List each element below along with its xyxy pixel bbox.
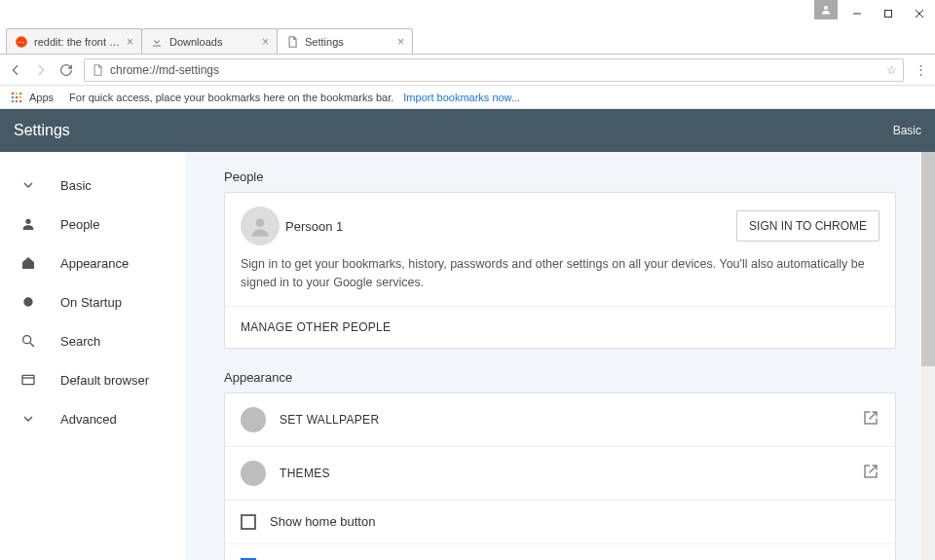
page-icon	[91, 63, 104, 77]
svg-point-13	[16, 95, 18, 97]
svg-point-15	[12, 99, 14, 101]
svg-point-20	[23, 336, 31, 344]
sidebar-item-people[interactable]: People	[0, 205, 185, 243]
svg-point-16	[16, 99, 18, 101]
settings-main: People Persoon 1 SIGN IN TO CHROME Sign …	[185, 152, 935, 560]
checkbox-unchecked[interactable]	[241, 514, 256, 530]
sign-in-description: Sign in to get your bookmarks, history, …	[241, 255, 879, 292]
sidebar-item-search[interactable]: Search	[0, 321, 185, 360]
wallpaper-label: SET WALLPAPER	[280, 413, 862, 427]
reload-button[interactable]	[58, 62, 74, 78]
chevron-down-icon	[19, 410, 37, 428]
chevron-down-icon	[19, 176, 37, 194]
avatar-icon	[241, 206, 280, 245]
manage-people-row[interactable]: MANAGE OTHER PEOPLE	[225, 307, 895, 348]
tab-label: Downloads	[169, 36, 258, 48]
home-icon	[19, 254, 37, 272]
sidebar-item-label: Advanced	[60, 412, 117, 427]
sidebar-item-label: Search	[60, 334, 100, 349]
svg-point-11	[19, 92, 21, 93]
svg-point-19	[23, 297, 32, 306]
sidebar-item-advanced[interactable]: Advanced	[0, 399, 185, 438]
svg-point-14	[19, 95, 21, 97]
profile-name: Persoon 1	[285, 219, 343, 234]
menu-button[interactable]: ⋮	[914, 62, 927, 77]
settings-sidebar: Basic People Appearance On Startup Searc…	[0, 152, 185, 560]
circle-icon	[19, 293, 37, 311]
wallpaper-icon	[241, 407, 266, 432]
appearance-card: SET WALLPAPER THEMES Show home button Al…	[224, 392, 896, 561]
people-card: Persoon 1 SIGN IN TO CHROME Sign in to g…	[224, 192, 896, 349]
close-icon[interactable]: ×	[397, 35, 404, 49]
sidebar-item-onstartup[interactable]: On Startup	[0, 282, 185, 321]
download-icon	[150, 35, 164, 49]
svg-point-6	[19, 41, 20, 43]
svg-point-24	[256, 218, 265, 227]
svg-rect-8	[153, 45, 161, 46]
apps-icon[interactable]	[10, 91, 23, 104]
person-icon	[19, 215, 37, 233]
section-title-appearance: Appearance	[224, 370, 896, 385]
themes-icon	[241, 461, 266, 486]
tab-strip: reddit: the front page of × Downloads × …	[0, 27, 935, 55]
vertical-scrollbar[interactable]	[921, 152, 935, 560]
svg-rect-22	[22, 375, 34, 384]
svg-point-10	[16, 92, 18, 93]
sidebar-item-appearance[interactable]: Appearance	[0, 243, 185, 282]
launch-icon	[862, 463, 879, 483]
tab-settings[interactable]: Settings ×	[277, 28, 413, 54]
svg-point-0	[824, 6, 828, 10]
close-icon[interactable]: ×	[262, 35, 269, 49]
bookmarks-hint: For quick access, place your bookmarks h…	[69, 92, 393, 103]
window-titlebar	[0, 0, 935, 27]
tab-label: Settings	[305, 36, 393, 48]
basic-link[interactable]: Basic	[893, 124, 921, 137]
forward-button[interactable]	[33, 62, 49, 78]
browser-toolbar: chrome://md-settings ☆ ⋮	[0, 55, 935, 86]
profile-row: Persoon 1 SIGN IN TO CHROME Sign in to g…	[225, 193, 895, 307]
tab-downloads[interactable]: Downloads ×	[141, 28, 278, 54]
search-icon	[19, 332, 37, 350]
tab-label: reddit: the front page of	[34, 36, 123, 48]
svg-point-12	[12, 95, 14, 97]
themes-row[interactable]: THEMES	[225, 447, 895, 501]
bookmarks-bar: Apps For quick access, place your bookma…	[0, 86, 935, 109]
svg-point-17	[19, 99, 21, 101]
scrollbar-thumb[interactable]	[921, 152, 935, 366]
launch-icon	[862, 409, 879, 429]
window-minimize-button[interactable]	[842, 0, 873, 27]
bookmark-star-icon[interactable]: ☆	[886, 63, 897, 77]
window-close-button[interactable]	[904, 0, 935, 27]
sidebar-item-label: Default browser	[60, 373, 149, 388]
back-button[interactable]	[8, 62, 23, 78]
always-bookmarks-row[interactable]: Always show the bookmarks bar	[225, 544, 895, 561]
apps-label[interactable]: Apps	[29, 92, 54, 103]
tab-reddit[interactable]: reddit: the front page of ×	[6, 28, 142, 54]
sidebar-item-basic[interactable]: Basic	[0, 166, 185, 205]
show-home-row[interactable]: Show home button	[225, 501, 895, 544]
settings-title: Settings	[14, 122, 70, 139]
manage-people-label: MANAGE OTHER PEOPLE	[241, 320, 391, 334]
address-bar[interactable]: chrome://md-settings ☆	[84, 58, 904, 82]
section-title-people: People	[224, 169, 896, 184]
close-icon[interactable]: ×	[127, 35, 133, 49]
svg-point-18	[25, 219, 30, 224]
settings-content: Basic People Appearance On Startup Searc…	[0, 152, 935, 560]
sidebar-item-default-browser[interactable]: Default browser	[0, 360, 185, 399]
set-wallpaper-row[interactable]: SET WALLPAPER	[225, 393, 895, 447]
sidebar-item-label: Appearance	[60, 256, 129, 271]
settings-header: Settings Basic	[0, 109, 935, 152]
window-user-icon[interactable]	[814, 0, 838, 19]
browser-icon	[19, 371, 37, 389]
svg-point-5	[16, 36, 27, 48]
page-icon	[285, 35, 299, 49]
address-text: chrome://md-settings	[110, 63, 219, 77]
svg-line-21	[30, 343, 34, 347]
sidebar-item-label: Basic	[60, 178, 92, 193]
sign-in-button[interactable]: SIGN IN TO CHROME	[736, 210, 879, 242]
reddit-icon	[15, 35, 28, 49]
sidebar-item-label: On Startup	[60, 295, 122, 310]
import-bookmarks-link[interactable]: Import bookmarks now...	[403, 92, 520, 103]
show-home-label: Show home button	[270, 514, 375, 529]
window-maximize-button[interactable]	[873, 0, 904, 27]
